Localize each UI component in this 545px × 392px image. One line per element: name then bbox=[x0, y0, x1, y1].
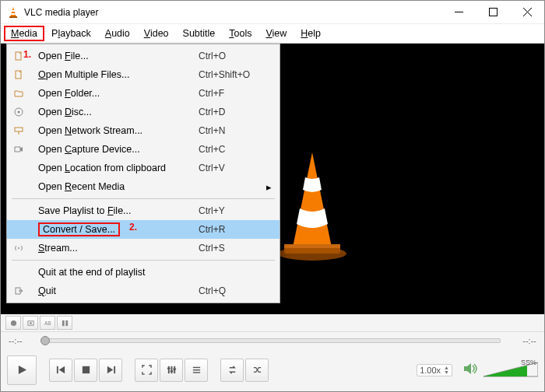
next-button[interactable] bbox=[99, 359, 122, 382]
menu-item-accelerator: Ctrl+Q bbox=[199, 285, 261, 296]
net-icon bbox=[10, 126, 27, 135]
menu-item-accelerator: Ctrl+Y bbox=[199, 205, 261, 216]
svg-point-10 bbox=[10, 320, 16, 325]
svg-rect-28 bbox=[192, 367, 199, 368]
menu-item-accelerator: Ctrl+O bbox=[199, 51, 261, 61]
svg-marker-31 bbox=[464, 363, 471, 374]
stop-button[interactable] bbox=[74, 359, 97, 382]
menu-tools[interactable]: Tools bbox=[222, 26, 258, 41]
menu-item-convert-save[interactable]: Convert / Save...Ctrl+R bbox=[7, 220, 280, 239]
volume-slider[interactable]: SS% bbox=[483, 361, 538, 380]
menu-separator bbox=[12, 260, 275, 261]
mini-toolbar: AB bbox=[1, 314, 544, 331]
menu-item-label: Open File... bbox=[27, 51, 199, 61]
menu-item-open-disc[interactable]: Open Disc...Ctrl+D bbox=[7, 103, 280, 121]
quit-icon bbox=[10, 286, 27, 296]
menu-item-label: Quit at the end of playlist bbox=[27, 267, 199, 278]
previous-button[interactable] bbox=[49, 359, 72, 382]
disc-icon bbox=[10, 107, 27, 117]
svg-rect-23 bbox=[171, 366, 172, 373]
playback-speed[interactable]: 1.00x ▲▼ bbox=[417, 364, 452, 376]
menu-item-stream[interactable]: Stream...Ctrl+S bbox=[7, 239, 280, 257]
menu-item-quit[interactable]: QuitCtrl+Q bbox=[7, 282, 280, 300]
menu-item-open-capture-device[interactable]: Open Capture Device...Ctrl+C bbox=[7, 140, 280, 159]
svg-rect-4 bbox=[455, 12, 463, 12]
svg-rect-19 bbox=[82, 366, 89, 373]
menu-item-accelerator: Ctrl+D bbox=[199, 107, 261, 117]
svg-rect-1 bbox=[9, 16, 17, 18]
svg-rect-5 bbox=[489, 9, 497, 16]
frame-step-button[interactable] bbox=[57, 316, 72, 330]
app-icon bbox=[7, 6, 19, 19]
close-button[interactable] bbox=[510, 1, 544, 24]
window-title: VLC media player bbox=[24, 7, 441, 18]
fullscreen-button[interactable] bbox=[135, 359, 158, 382]
menu-item-open-location-from-clipboard[interactable]: Open Location from clipboardCtrl+V bbox=[7, 159, 280, 177]
svg-rect-3 bbox=[11, 13, 16, 15]
menu-item-open-multiple-files[interactable]: Open Multiple Files...Ctrl+Shift+O bbox=[7, 65, 280, 84]
menu-playback[interactable]: Playback bbox=[44, 26, 98, 41]
menu-item-open-file[interactable]: Open File...Ctrl+O bbox=[7, 47, 280, 65]
menu-media[interactable]: Media bbox=[4, 26, 44, 41]
maximize-button[interactable] bbox=[476, 1, 510, 24]
svg-rect-22 bbox=[167, 366, 169, 373]
svg-rect-27 bbox=[173, 369, 176, 370]
playlist-button[interactable] bbox=[185, 359, 208, 382]
menu-item-label: Open Network Stream... bbox=[27, 125, 199, 136]
playback-controls: 1.00x ▲▼ SS% bbox=[1, 348, 544, 391]
svg-marker-0 bbox=[10, 7, 16, 17]
menu-item-quit-at-the-end-of-playlist[interactable]: Quit at the end of playlist bbox=[7, 263, 280, 282]
record-button[interactable] bbox=[5, 316, 21, 330]
menu-item-accelerator: Ctrl+R bbox=[199, 224, 261, 235]
elapsed-time: --:-- bbox=[9, 336, 38, 345]
svg-rect-17 bbox=[56, 366, 58, 373]
titlebar: VLC media player bbox=[1, 1, 544, 24]
loop-button[interactable] bbox=[220, 359, 244, 382]
svg-rect-25 bbox=[167, 368, 170, 369]
menu-item-open-folder[interactable]: Open Folder...Ctrl+F bbox=[7, 84, 280, 103]
shuffle-button[interactable] bbox=[245, 359, 269, 382]
extended-settings-button[interactable] bbox=[160, 359, 183, 382]
menu-item-label: Open Location from clipboard bbox=[27, 163, 199, 173]
stream-icon bbox=[10, 243, 27, 253]
menu-item-label: Open Folder... bbox=[27, 88, 199, 99]
menu-separator bbox=[12, 198, 275, 199]
menu-item-label: Convert / Save... bbox=[27, 222, 199, 236]
play-button[interactable] bbox=[7, 355, 37, 385]
seek-thumb[interactable] bbox=[40, 336, 50, 345]
atob-loop-button[interactable]: AB bbox=[40, 316, 55, 330]
svg-rect-30 bbox=[192, 372, 199, 373]
snapshot-button[interactable] bbox=[23, 316, 38, 330]
speaker-icon[interactable] bbox=[463, 362, 479, 378]
cap-icon bbox=[10, 145, 27, 154]
svg-rect-2 bbox=[12, 10, 15, 12]
svg-marker-33 bbox=[483, 366, 527, 376]
menu-item-label: Quit bbox=[27, 285, 199, 296]
menu-item-label: Save Playlist to File... bbox=[27, 205, 199, 216]
menu-item-open-recent-media[interactable]: Open Recent Media▸ bbox=[7, 177, 280, 196]
svg-point-39 bbox=[18, 111, 20, 114]
file-icon bbox=[10, 70, 27, 79]
menu-video[interactable]: Video bbox=[137, 26, 176, 41]
menu-item-label: Stream... bbox=[27, 243, 199, 254]
menu-view[interactable]: View bbox=[258, 26, 294, 41]
menu-help[interactable]: Help bbox=[294, 26, 328, 41]
folder-icon bbox=[10, 89, 27, 98]
svg-rect-29 bbox=[192, 369, 199, 370]
speed-stepper-icon: ▲▼ bbox=[444, 366, 449, 375]
annotation-2: 2. bbox=[129, 222, 137, 233]
total-time: --:-- bbox=[507, 336, 536, 345]
menu-item-label: Open Multiple Files... bbox=[27, 69, 199, 80]
minimize-button[interactable] bbox=[441, 1, 476, 24]
menu-subtitle[interactable]: Subtitle bbox=[176, 26, 223, 41]
svg-marker-20 bbox=[107, 366, 112, 373]
menu-item-accelerator: Ctrl+C bbox=[199, 144, 261, 155]
menu-item-save-playlist-to-file[interactable]: Save Playlist to File...Ctrl+Y bbox=[7, 201, 280, 220]
menu-item-open-network-stream[interactable]: Open Network Stream...Ctrl+N bbox=[7, 121, 280, 140]
speed-value: 1.00x bbox=[420, 366, 441, 375]
svg-marker-7 bbox=[293, 152, 332, 247]
menu-item-label: Open Recent Media bbox=[27, 181, 199, 192]
svg-rect-40 bbox=[15, 128, 23, 131]
seek-slider[interactable] bbox=[44, 338, 501, 343]
menu-audio[interactable]: Audio bbox=[98, 26, 137, 41]
